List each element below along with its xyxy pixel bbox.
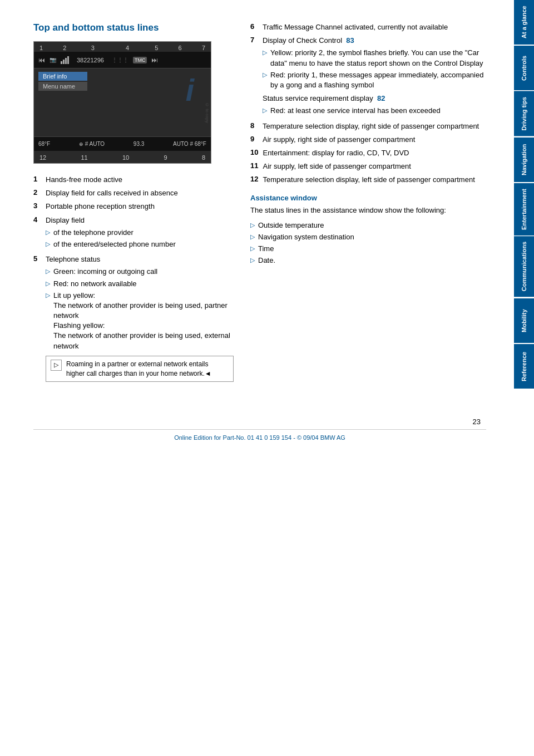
display-num-10: 10 — [122, 154, 129, 161]
list-item: 8 Temperature selection display, right s… — [250, 121, 486, 131]
display-num-1: 1 — [39, 45, 43, 51]
list-item: ▷ Date. — [250, 256, 486, 266]
display-brief-info: Brief info — [38, 72, 87, 81]
sidebar-tab-navigation[interactable]: Navigation — [514, 138, 534, 182]
display-status-code: 38221296 — [77, 57, 104, 63]
display-temp-left: 68°F — [38, 141, 50, 147]
list-item: ▷ Time — [250, 244, 486, 254]
display-auto-center: ⊕ # AUTO — [79, 141, 105, 147]
display-num-6: 6 — [179, 45, 182, 51]
display-num-11: 11 — [81, 154, 88, 161]
display-num-7: 7 — [202, 45, 205, 51]
right-items-list: 6 Traffic Message Channel activated, cur… — [250, 22, 486, 185]
list-item: 6 Traffic Message Channel activated, cur… — [250, 22, 486, 32]
list-item: 2 Display field for calls received in ab… — [33, 188, 234, 198]
display-num-4: 4 — [126, 45, 129, 51]
list-item: 7 Display of Check Control 83 ▷Yellow: p… — [250, 36, 486, 117]
display-num-9: 9 — [164, 154, 167, 161]
watermark: © to copy — [205, 102, 210, 123]
list-item: 12 Temperature selection display, left s… — [250, 175, 486, 185]
page-footer: Online Edition for Part-No. 01 41 0 159 … — [33, 429, 486, 441]
sidebar-tab-entertainment[interactable]: Entertainment — [514, 183, 534, 235]
note-box: ▷ Roaming in a partner or external netwo… — [46, 356, 234, 382]
page-number: 23 — [33, 418, 486, 426]
list-item: 4 Display field ▷of the telephone provid… — [33, 215, 234, 252]
list-item: 1 Hands-free mode active — [33, 175, 234, 185]
section-title: Top and bottom status lines — [33, 22, 234, 33]
list-item: 3 Portable phone reception strength — [33, 202, 234, 212]
right-column: 6 Traffic Message Channel activated, cur… — [250, 22, 486, 395]
list-item: 10 Entertainment: display for radio, CD,… — [250, 148, 486, 158]
display-num-8: 8 — [202, 154, 205, 161]
assistance-window-intro: The status lines in the assistance windo… — [250, 205, 486, 215]
footer-text: Online Edition for Part-No. 01 41 0 159 … — [174, 434, 345, 441]
display-menu-name: Menu name — [38, 82, 87, 91]
assistance-window-list: ▷ Outside temperature ▷ Navigation syste… — [250, 220, 486, 266]
display-image: 1 2 3 4 5 6 7 ⏮ 📷 — [33, 41, 211, 164]
assistance-window-heading: Assistance window — [250, 194, 486, 202]
assistance-window-section: Assistance window The status lines in th… — [250, 194, 486, 266]
display-right-status: AUTO # 68°F — [173, 141, 206, 147]
sidebar-tab-controls[interactable]: Controls — [514, 46, 534, 90]
left-items-list: 1 Hands-free mode active 2 Display field… — [33, 175, 234, 386]
main-content: Top and bottom status lines 1 2 3 4 5 6 … — [0, 0, 514, 756]
display-freq: 93.3 — [134, 141, 144, 147]
list-item: 11 Air supply, left side of passenger co… — [250, 161, 486, 171]
sidebar: At a glance Controls Driving tips Naviga… — [514, 0, 534, 756]
display-num-3: 3 — [91, 45, 95, 51]
list-item: ▷ Navigation system destination — [250, 232, 486, 242]
sidebar-tab-mobility[interactable]: Mobility — [514, 298, 534, 343]
sidebar-tab-at-a-glance[interactable]: At a glance — [514, 0, 534, 45]
display-tmc-badge: TMC — [133, 57, 147, 63]
display-num-2: 2 — [63, 45, 66, 51]
note-icon: ▷ — [51, 360, 62, 371]
list-item: ▷ Outside temperature — [250, 220, 486, 230]
sidebar-tab-driving-tips[interactable]: Driving tips — [514, 91, 534, 136]
note-text: Roaming in a partner or external network… — [66, 360, 229, 379]
sidebar-tab-reference[interactable]: Reference — [514, 344, 534, 389]
display-info-icon: i — [186, 72, 194, 108]
left-column: Top and bottom status lines 1 2 3 4 5 6 … — [33, 22, 234, 395]
display-num-12: 12 — [39, 154, 46, 161]
sidebar-tab-communications[interactable]: Communications — [514, 236, 534, 297]
list-item: 5 Telephone status ▷Green: incoming or o… — [33, 254, 234, 386]
display-num-5: 5 — [155, 45, 158, 51]
list-item: 9 Air supply, right side of passenger co… — [250, 135, 486, 145]
